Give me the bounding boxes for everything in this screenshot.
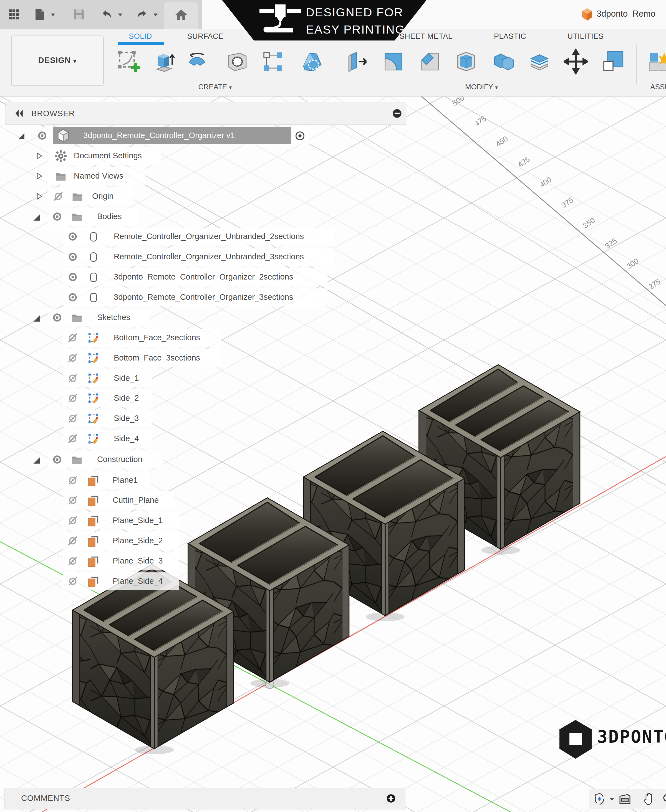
create-group-label[interactable]: CREATE ▾ (198, 83, 232, 91)
collapsed-triangle-icon[interactable] (35, 192, 43, 201)
visibility-eye-off-icon[interactable] (67, 575, 79, 587)
orbit-caret-icon[interactable] (608, 796, 615, 803)
browser-row-sketch[interactable]: Bottom_Face_2sections (0, 329, 416, 347)
offset-face-button[interactable] (527, 48, 552, 76)
workspace-selector[interactable]: DESIGN ▾ (11, 36, 104, 86)
collapse-panel-icon[interactable] (13, 107, 25, 120)
visibility-eye-icon[interactable] (36, 130, 48, 142)
browser-row-sketches[interactable]: Sketches (0, 309, 416, 326)
chamfer-button[interactable] (418, 48, 442, 76)
collapsed-triangle-icon[interactable] (35, 152, 43, 160)
browser-row-body[interactable]: 3dponto_Remote_Controller_Organizer_3sec… (0, 288, 416, 306)
expand-triangle-icon[interactable] (31, 455, 41, 465)
browser-row-body[interactable]: Remote_Controller_Organizer_Unbranded_2s… (0, 228, 416, 245)
browser-row-root[interactable]: 3dponto_Remote_Controller_Organizer v1 (0, 127, 416, 145)
orbit-icon[interactable] (593, 792, 606, 805)
undo-icon[interactable] (100, 8, 113, 21)
undo-caret-icon[interactable] (117, 11, 124, 18)
combine-button[interactable] (491, 48, 516, 76)
document-tab-name[interactable]: 3dponto_Remo (597, 9, 666, 19)
comments-bar[interactable]: COMMENTS (4, 788, 405, 809)
group-divider (334, 45, 335, 84)
visibility-eye-off-icon[interactable] (67, 535, 79, 547)
browser-row-sketch[interactable]: Side_4 (0, 430, 416, 448)
new-component-button[interactable] (646, 48, 666, 76)
save-icon[interactable] (72, 8, 86, 21)
browser-row-sketch[interactable]: Side_3 (0, 409, 416, 427)
visibility-eye-off-icon[interactable] (67, 372, 79, 385)
home-icon[interactable] (174, 8, 188, 21)
pan-hand-icon[interactable] (642, 792, 656, 805)
browser-row-plane[interactable]: Plane_Side_2 (0, 532, 416, 550)
browser-row-sketch[interactable]: Side_1 (0, 370, 416, 387)
browser-row-sketch[interactable]: Side_2 (0, 390, 416, 407)
visibility-eye-icon[interactable] (51, 210, 63, 223)
construction-plane-icon (87, 514, 99, 527)
pattern-button[interactable] (261, 48, 285, 76)
minimize-browser-icon[interactable] (391, 107, 403, 120)
app-grid-icon[interactable] (7, 8, 21, 21)
modify-group-label[interactable]: MODIFY ▾ (465, 83, 498, 91)
visibility-eye-icon[interactable] (51, 454, 63, 466)
browser-row-body[interactable]: Remote_Controller_Organizer_Unbranded_3s… (0, 248, 416, 266)
hole-button[interactable] (225, 48, 249, 76)
tab-surface[interactable]: SURFACE (187, 32, 223, 42)
visibility-eye-icon[interactable] (67, 271, 79, 283)
browser-row-sketch[interactable]: Bottom_Face_3sections (0, 349, 416, 367)
browser-row-body[interactable]: 3dponto_Remote_Controller_Organizer_2sec… (0, 268, 416, 286)
expand-triangle-icon[interactable] (31, 212, 41, 222)
visibility-eye-off-icon[interactable] (67, 432, 79, 445)
move-button[interactable] (564, 48, 588, 76)
browser-row-plane[interactable]: Plane_Side_4 (0, 572, 416, 590)
form-button[interactable] (300, 48, 324, 76)
row-label: Side_3 (114, 414, 139, 423)
visibility-eye-off-icon[interactable] (67, 392, 79, 404)
visibility-eye-off-icon[interactable] (67, 352, 79, 364)
browser-row-plane[interactable]: Cuttin_Plane (0, 491, 416, 509)
redo-icon[interactable] (135, 8, 149, 21)
visibility-eye-off-icon[interactable] (67, 413, 79, 424)
file-icon[interactable] (33, 8, 46, 21)
shell-button[interactable] (454, 48, 478, 76)
tab-solid[interactable]: SOLID (129, 32, 152, 42)
tab-utilities[interactable]: UTILITIES (567, 32, 604, 42)
visibility-eye-off-icon[interactable] (67, 494, 79, 506)
visibility-eye-icon[interactable] (67, 251, 79, 263)
browser-row-plane[interactable]: Plane_Side_3 (0, 552, 416, 570)
visibility-eye-off-icon[interactable] (67, 514, 79, 527)
browser-row-bodies[interactable]: Bodies (0, 208, 416, 225)
revolve-button[interactable] (185, 48, 209, 76)
scale-button[interactable] (601, 48, 625, 76)
activate-component-radio-icon[interactable] (293, 130, 307, 142)
create-sketch-button[interactable] (117, 48, 141, 76)
browser-row-named-views[interactable]: Named Views (0, 167, 416, 185)
collapsed-triangle-icon[interactable] (35, 172, 43, 180)
add-comment-icon[interactable] (385, 792, 397, 804)
fillet-button[interactable] (381, 48, 406, 76)
extrude-button[interactable] (152, 48, 176, 76)
visibility-eye-icon[interactable] (67, 291, 79, 303)
browser-row-plane[interactable]: Plane1 (0, 472, 416, 489)
look-at-icon[interactable] (618, 792, 631, 805)
redo-caret-icon[interactable] (152, 11, 159, 18)
visibility-eye-icon[interactable] (67, 230, 79, 243)
browser-row-plane[interactable]: Plane_Side_1 (0, 512, 416, 529)
visibility-eye-off-icon[interactable] (67, 332, 79, 344)
zoom-icon[interactable] (661, 792, 666, 805)
expand-triangle-icon[interactable] (16, 131, 26, 140)
visibility-eye-off-icon[interactable] (67, 555, 79, 567)
browser-row-document-settings[interactable]: Document Settings (0, 147, 416, 165)
browser-row-origin[interactable]: Origin (0, 187, 416, 205)
press-pull-button[interactable] (346, 48, 370, 76)
file-caret-icon[interactable] (49, 11, 57, 18)
assemble-group-label[interactable]: ASSE (650, 83, 666, 91)
gear-icon (54, 150, 67, 163)
visibility-eye-icon[interactable] (51, 311, 63, 324)
expand-triangle-icon[interactable] (31, 313, 41, 323)
visibility-eye-off-icon[interactable] (52, 190, 64, 202)
visibility-eye-off-icon[interactable] (67, 474, 79, 487)
document-cube-icon (580, 8, 594, 21)
tab-sheet-metal[interactable]: SHEET METAL (400, 32, 453, 42)
tab-plastic[interactable]: PLASTIC (494, 32, 526, 42)
browser-row-construction[interactable]: Construction (0, 450, 416, 468)
